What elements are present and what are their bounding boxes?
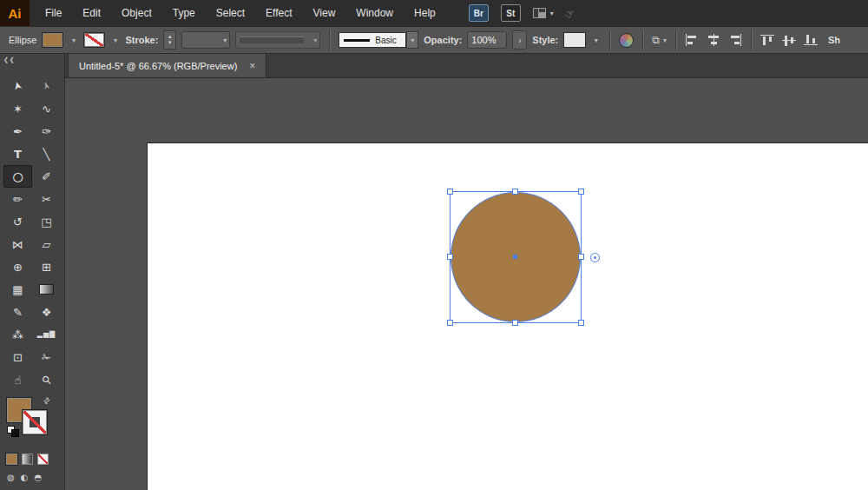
gradient-mode-button[interactable] xyxy=(22,454,33,465)
selection-handle[interactable] xyxy=(447,320,453,326)
selection-handle[interactable] xyxy=(447,189,453,195)
lasso-tool[interactable]: ∿ xyxy=(32,97,61,120)
stroke-style-dropdown[interactable]: Basic ▾ xyxy=(339,31,418,49)
menu-type[interactable]: Type xyxy=(162,0,206,26)
direct-selection-tool[interactable]: ➢ xyxy=(32,75,61,97)
screen-mode-icon-2[interactable]: ◓ xyxy=(34,473,42,482)
stroke-chevron-icon[interactable]: ▾ xyxy=(110,33,120,47)
stroke-proxy-swatch[interactable] xyxy=(23,410,47,434)
none-mode-button[interactable] xyxy=(37,454,49,465)
menu-view[interactable]: View xyxy=(303,0,346,26)
stroke-label: Stroke: xyxy=(125,35,158,45)
swap-fill-stroke-icon[interactable]: ⇄ xyxy=(42,395,52,407)
scissors-tool[interactable]: ✂ xyxy=(32,188,61,210)
stroke-style-value: Basic xyxy=(375,36,396,45)
align-to-options[interactable]: ⧉ ▾ xyxy=(652,34,667,46)
magic-wand-tool[interactable]: ✶ xyxy=(3,97,32,120)
bridge-badge[interactable]: Br xyxy=(469,4,489,22)
hand-tool[interactable]: ☝ xyxy=(3,368,32,391)
selection-handle[interactable] xyxy=(578,254,584,260)
workspace-switcher[interactable]: ▾ xyxy=(533,8,554,18)
vertical-align-bottom-icon[interactable] xyxy=(804,34,818,46)
stroke-style-chevron[interactable]: ▾ xyxy=(406,31,418,49)
screen-mode-icon-0[interactable]: ◍ xyxy=(7,473,15,482)
menu-help[interactable]: Help xyxy=(404,0,446,26)
horizontal-align-right-icon[interactable] xyxy=(728,34,742,46)
width-tool[interactable]: ⋈ xyxy=(3,233,32,255)
type-tool[interactable]: T xyxy=(3,142,32,165)
menu-file[interactable]: File xyxy=(35,0,72,26)
menu-edit[interactable]: Edit xyxy=(72,0,111,26)
shape-builder-tool[interactable]: ⊕ xyxy=(3,255,32,278)
live-shape-widget[interactable] xyxy=(590,253,600,262)
mesh-tool[interactable]: ▦ xyxy=(3,278,32,301)
menu-object[interactable]: Object xyxy=(111,0,162,26)
eyedropper-tool-icon: ✎ xyxy=(13,307,23,318)
menu-window[interactable]: Window xyxy=(345,0,404,26)
zoom-tool-icon: ⚲ xyxy=(40,373,54,387)
graphic-style-swatch[interactable] xyxy=(563,32,586,48)
blend-tool[interactable]: ❖ xyxy=(32,301,61,323)
ellipse-tool-icon: ○ xyxy=(12,170,23,182)
canvas-area[interactable] xyxy=(65,78,868,490)
collapse-panel-icon[interactable]: ❮❮ xyxy=(3,56,16,63)
width-profile-dropdown[interactable]: ▾ xyxy=(235,31,320,49)
opacity-input[interactable]: 100% xyxy=(467,31,507,49)
perspective-grid-tool[interactable]: ⊞ xyxy=(32,255,61,278)
stroke-weight-dropdown[interactable]: ▾ xyxy=(181,31,230,49)
vertical-align-center-icon[interactable] xyxy=(782,34,796,46)
free-transform-tool[interactable]: ▱ xyxy=(32,233,61,255)
recolor-artwork-icon[interactable] xyxy=(619,33,634,48)
selection-handle[interactable] xyxy=(512,189,518,195)
color-mode-button[interactable] xyxy=(6,454,17,465)
selection-handle[interactable] xyxy=(512,320,518,326)
ellipse-tool[interactable]: ○ xyxy=(3,165,32,188)
close-tab-icon[interactable]: × xyxy=(249,61,255,71)
align-bar xyxy=(769,36,772,42)
stroke-weight-stepper[interactable]: ▴▾ xyxy=(163,30,176,50)
horizontal-align-left-icon[interactable] xyxy=(685,34,699,46)
artboard[interactable] xyxy=(148,143,868,490)
style-chevron-icon[interactable]: ▾ xyxy=(591,33,601,47)
chevron-down-icon: ▾ xyxy=(550,10,554,17)
vertical-align-top-icon[interactable] xyxy=(760,34,774,46)
fill-color-swatch[interactable] xyxy=(42,32,63,48)
curvature-tool[interactable]: ✑ xyxy=(32,120,61,142)
selection-handle[interactable] xyxy=(447,254,453,260)
default-fill-stroke-icon[interactable] xyxy=(7,426,20,437)
line-segment-tool-icon: ╲ xyxy=(43,149,50,160)
paintbrush-tool[interactable]: ✐ xyxy=(32,165,61,188)
center-point[interactable] xyxy=(513,255,517,259)
column-graph-tool[interactable]: ▂▅▇ xyxy=(32,323,61,346)
horizontal-align-center-icon[interactable] xyxy=(707,34,720,46)
selection-tool[interactable]: ➤ xyxy=(3,75,32,97)
selection-handle[interactable] xyxy=(578,189,584,195)
blend-tool-icon: ❖ xyxy=(42,307,52,318)
touch-workspace-icon[interactable]: ☝ xyxy=(562,6,575,21)
opacity-panel-button[interactable]: › xyxy=(512,30,527,50)
menu-effect[interactable]: Effect xyxy=(255,0,302,26)
screen-mode-icon-1[interactable]: ◐ xyxy=(21,473,29,482)
align-bar xyxy=(791,37,793,43)
document-tab[interactable]: Untitled-5* @ 66.67% (RGB/Preview) × xyxy=(68,54,266,77)
separator xyxy=(751,30,752,50)
zoom-tool[interactable]: ⚲ xyxy=(32,368,61,391)
fill-chevron-icon[interactable]: ▾ xyxy=(69,33,78,47)
slice-tool[interactable]: ✁ xyxy=(32,346,61,368)
menu-select[interactable]: Select xyxy=(206,0,255,26)
scissors-tool-icon: ✂ xyxy=(42,194,51,205)
gradient-tool[interactable] xyxy=(32,278,61,301)
free-transform-tool-icon: ▱ xyxy=(43,239,51,250)
line-segment-tool[interactable]: ╲ xyxy=(32,142,61,165)
symbol-sprayer-tool[interactable]: ⁂ xyxy=(3,323,32,346)
stroke-color-swatch[interactable] xyxy=(83,32,105,48)
pencil-tool[interactable]: ✏ xyxy=(3,188,32,210)
eyedropper-tool[interactable]: ✎ xyxy=(3,301,32,323)
selection-handle[interactable] xyxy=(578,320,584,326)
pen-tool[interactable]: ✒ xyxy=(3,120,32,142)
artboard-tool[interactable]: ⊡ xyxy=(3,346,32,368)
align-bar xyxy=(812,38,815,43)
scale-tool[interactable]: ◳ xyxy=(32,210,61,233)
stock-badge[interactable]: St xyxy=(501,4,521,22)
rotate-tool[interactable]: ↺ xyxy=(3,210,32,233)
